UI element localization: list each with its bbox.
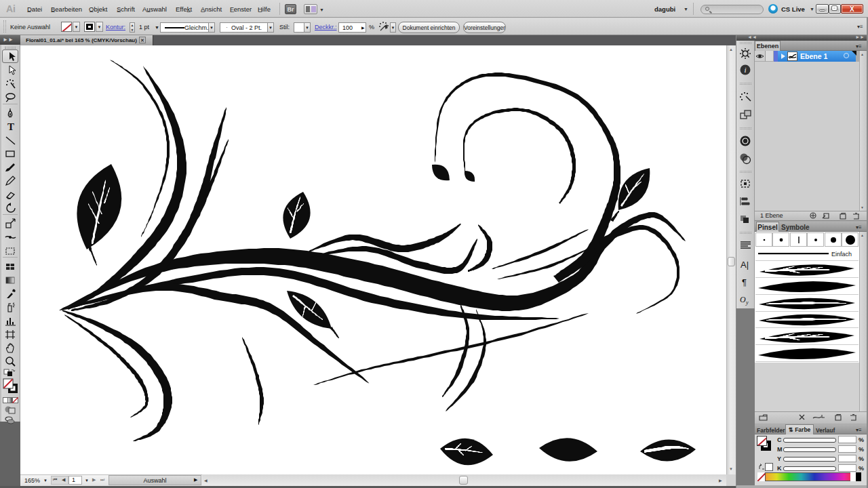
- svg-text:Einfach: Einfach: [831, 251, 852, 258]
- svg-text:O: O: [740, 295, 746, 304]
- svg-text:y: y: [745, 300, 749, 306]
- svg-text:T: T: [7, 121, 14, 132]
- svg-text:i: i: [745, 66, 747, 74]
- svg-text:¶: ¶: [742, 277, 747, 287]
- svg-text:A|: A|: [741, 260, 749, 270]
